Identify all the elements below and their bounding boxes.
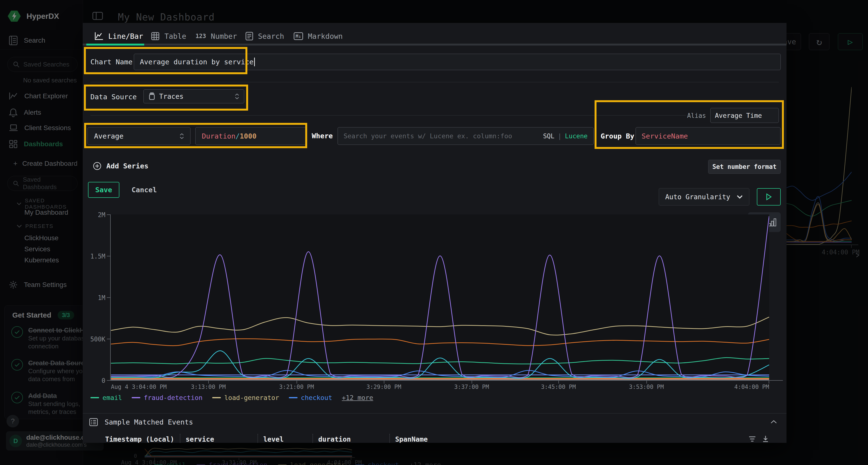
x-tick-label: 3:21:00 PM — [273, 384, 321, 390]
column-separator — [390, 434, 390, 443]
main-chart[interactable] — [111, 214, 769, 380]
search-icon — [13, 180, 19, 187]
expression-value: 1000 — [240, 132, 256, 140]
y-tick — [107, 380, 110, 381]
saved-dashboards-header[interactable]: SAVED DASHBOARDS — [17, 198, 83, 210]
lucene-mode-toggle[interactable]: Lucene — [565, 133, 588, 140]
run-chart-button[interactable] — [757, 188, 781, 205]
y-tick-label: 1M — [84, 294, 105, 301]
download-icon[interactable] — [762, 435, 769, 442]
group-by-label: Group By — [600, 132, 634, 140]
sort-icon[interactable] — [749, 436, 756, 442]
background-chart-bottom — [145, 444, 352, 457]
sidebar-item-alerts[interactable]: Alerts — [9, 108, 41, 117]
sidebar-collapse-icon[interactable] — [92, 11, 103, 20]
sidebar-item-chart-explorer[interactable]: Chart Explorer — [9, 92, 68, 100]
tab-search[interactable]: Search — [245, 30, 284, 42]
column-header-spanname[interactable]: SpanName — [395, 435, 428, 443]
scroll-right-icon[interactable] — [855, 252, 861, 258]
tab-number[interactable]: 123 Number — [195, 30, 237, 42]
y-tick — [107, 214, 110, 215]
alias-label: Alias — [687, 112, 706, 119]
column-header-service[interactable]: service — [186, 435, 214, 443]
active-tab-underline — [86, 44, 144, 45]
saved-dashboards-input[interactable]: Saved Dashboards — [7, 176, 78, 191]
saved-searches-input[interactable]: Saved Searches — [7, 57, 78, 72]
legend-item[interactable]: load-generator — [212, 394, 279, 401]
where-search-input[interactable]: Search your events w/ Lucene ex. column:… — [338, 127, 594, 145]
legend-label: email — [166, 461, 186, 465]
legend-label: load-generator — [290, 461, 345, 465]
y-tick — [107, 256, 110, 256]
get-started-badge: 3/3 — [58, 311, 74, 320]
y-tick — [107, 297, 110, 298]
markdown-icon: M↓ — [294, 32, 303, 40]
data-source-select[interactable]: Traces — [144, 89, 244, 103]
app-logo[interactable]: HyperDX — [7, 10, 59, 22]
bg-legend: email fraud-detection load-generator che… — [154, 461, 441, 465]
sql-mode-toggle[interactable]: SQL — [543, 133, 554, 140]
tab-label: Table — [164, 32, 186, 40]
aggregation-value: Average — [94, 132, 123, 140]
sidebar-item-dashboards[interactable]: Dashboards — [9, 140, 63, 148]
tab-table[interactable]: Table — [151, 30, 186, 42]
add-series-button[interactable]: Add Series — [93, 162, 149, 170]
where-label: Where — [312, 132, 333, 140]
chart-name-input[interactable]: Average duration by service — [134, 54, 781, 70]
bar-mode-icon — [768, 218, 776, 227]
tab-line-bar[interactable]: Line/Bar — [94, 30, 143, 42]
set-number-format-button[interactable]: Set number format — [708, 160, 781, 174]
help-button[interactable]: ? — [6, 415, 19, 427]
field-expression-input[interactable]: Duration/1000 — [195, 127, 307, 145]
sidebar-item-clickhouse[interactable]: ClickHouse — [24, 234, 59, 242]
sidebar-item-search[interactable]: Search — [9, 36, 45, 45]
x-axis — [110, 380, 783, 381]
group-by-input[interactable]: ServiceName — [636, 127, 780, 145]
cancel-button[interactable]: Cancel — [128, 182, 160, 198]
legend-item[interactable]: email — [90, 394, 122, 401]
column-header-timestamp[interactable]: Timestamp (Local) — [105, 435, 174, 443]
select-chevrons-icon — [235, 94, 239, 99]
section-label: SAVED DASHBOARDS — [25, 198, 83, 210]
table-icon — [151, 32, 160, 40]
legend-swatch — [212, 397, 221, 398]
y-axis — [110, 214, 111, 381]
database-icon — [149, 93, 155, 100]
legend-item[interactable]: fraud-detection — [132, 394, 203, 401]
chart-legend: email fraud-detection load-generator che… — [90, 394, 373, 401]
sidebar-item-client-sessions[interactable]: Client Sessions — [9, 124, 71, 132]
check-icon — [11, 359, 23, 371]
collapse-section-icon[interactable] — [770, 420, 777, 424]
column-header-duration[interactable]: duration — [318, 435, 351, 443]
refresh-button[interactable]: ↻ — [809, 33, 830, 50]
x-tick-label: 4:04:00 PM — [721, 384, 769, 390]
sidebar-item-my-dashboard[interactable]: My Dashboard — [24, 209, 68, 217]
avatar: D — [9, 435, 22, 447]
presets-header[interactable]: PRESETS — [17, 223, 54, 229]
tab-label: Number — [211, 32, 237, 40]
tab-markdown[interactable]: M↓ Markdown — [294, 30, 343, 42]
bg-bottom-y-zero: 0 — [134, 453, 137, 459]
create-dashboard-button[interactable]: + Create Dashboard — [13, 160, 78, 168]
x-tick — [646, 380, 647, 384]
group-by-value: ServiceName — [642, 132, 688, 140]
legend-item[interactable]: checkout — [289, 394, 332, 401]
section-divider — [90, 115, 686, 115]
alias-input[interactable]: Average Time — [710, 108, 779, 123]
sample-events-header[interactable]: Sample Matched Events — [89, 418, 193, 426]
sidebar-item-services[interactable]: Services — [24, 245, 50, 253]
legend-more-link[interactable]: +12 more — [410, 461, 441, 465]
sidebar-item-label: Dashboards — [24, 140, 63, 148]
chart-name-label: Chart Name — [90, 58, 133, 66]
save-button[interactable]: Save — [88, 182, 119, 198]
column-header-level[interactable]: level — [263, 435, 283, 443]
sidebar-item-kubernetes[interactable]: Kubernetes — [24, 256, 59, 264]
x-tick-label: 3:53:00 PM — [622, 384, 671, 390]
run-query-button[interactable]: ▷ — [838, 33, 863, 50]
sidebar-item-team-settings[interactable]: Team Settings — [9, 280, 66, 289]
legend-more-link[interactable]: +12 more — [342, 394, 373, 401]
dashboards-icon — [9, 140, 18, 148]
search-icon — [13, 61, 20, 68]
aggregation-select[interactable]: Average — [88, 127, 190, 145]
granularity-select[interactable]: Auto Granularity — [659, 188, 749, 205]
